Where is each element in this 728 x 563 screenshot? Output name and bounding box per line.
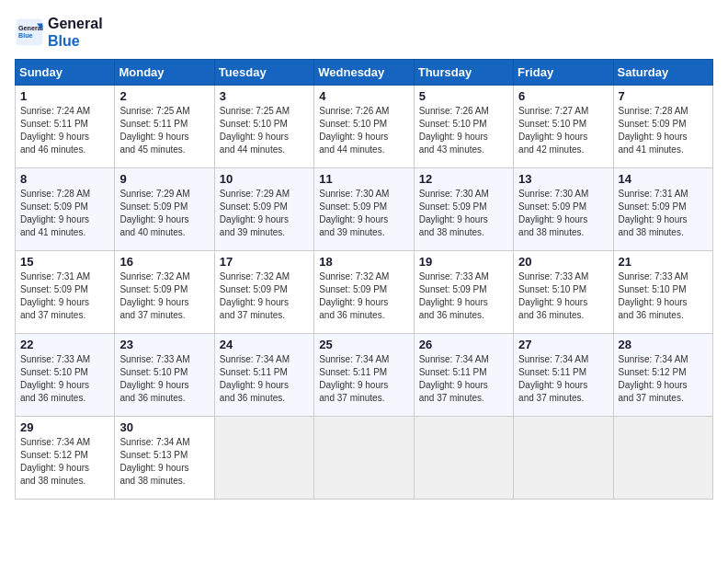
calendar-cell: 19Sunrise: 7:33 AM Sunset: 5:09 PM Dayli… bbox=[414, 251, 513, 334]
calendar-cell: 25Sunrise: 7:34 AM Sunset: 5:11 PM Dayli… bbox=[314, 334, 414, 417]
calendar-cell: 5Sunrise: 7:26 AM Sunset: 5:10 PM Daylig… bbox=[414, 86, 513, 168]
day-number: 13 bbox=[518, 172, 608, 186]
day-number: 16 bbox=[119, 255, 209, 269]
calendar-cell: 4Sunrise: 7:26 AM Sunset: 5:10 PM Daylig… bbox=[314, 86, 414, 168]
day-number: 15 bbox=[20, 255, 109, 269]
logo-text: GeneralBlue bbox=[48, 15, 103, 50]
calendar-week-row: 8Sunrise: 7:28 AM Sunset: 5:09 PM Daylig… bbox=[16, 168, 713, 251]
day-info: Sunrise: 7:30 AM Sunset: 5:09 PM Dayligh… bbox=[518, 188, 608, 239]
logo: General Blue GeneralBlue bbox=[15, 15, 103, 50]
day-info: Sunrise: 7:33 AM Sunset: 5:10 PM Dayligh… bbox=[119, 353, 209, 405]
day-number: 25 bbox=[319, 338, 408, 351]
day-number: 14 bbox=[619, 172, 708, 186]
page-header: General Blue GeneralBlue bbox=[15, 15, 713, 50]
day-number: 6 bbox=[518, 89, 608, 103]
day-info: Sunrise: 7:34 AM Sunset: 5:11 PM Dayligh… bbox=[419, 353, 508, 405]
day-info: Sunrise: 7:30 AM Sunset: 5:09 PM Dayligh… bbox=[419, 188, 508, 239]
header-wednesday: Wednesday bbox=[314, 60, 414, 86]
day-info: Sunrise: 7:29 AM Sunset: 5:09 PM Dayligh… bbox=[119, 188, 209, 239]
calendar-cell: 14Sunrise: 7:31 AM Sunset: 5:09 PM Dayli… bbox=[613, 168, 712, 251]
day-number: 23 bbox=[119, 338, 209, 351]
calendar-cell: 12Sunrise: 7:30 AM Sunset: 5:09 PM Dayli… bbox=[414, 168, 513, 251]
calendar-cell: 8Sunrise: 7:28 AM Sunset: 5:09 PM Daylig… bbox=[16, 168, 115, 251]
day-info: Sunrise: 7:34 AM Sunset: 5:13 PM Dayligh… bbox=[119, 436, 209, 488]
day-info: Sunrise: 7:29 AM Sunset: 5:09 PM Dayligh… bbox=[220, 188, 309, 239]
svg-text:Blue: Blue bbox=[18, 32, 33, 40]
day-number: 29 bbox=[20, 420, 109, 434]
day-info: Sunrise: 7:34 AM Sunset: 5:12 PM Dayligh… bbox=[619, 353, 708, 405]
calendar-cell: 30Sunrise: 7:34 AM Sunset: 5:13 PM Dayli… bbox=[115, 417, 214, 500]
calendar-cell: 18Sunrise: 7:32 AM Sunset: 5:09 PM Dayli… bbox=[314, 251, 414, 334]
day-info: Sunrise: 7:34 AM Sunset: 5:11 PM Dayligh… bbox=[319, 353, 408, 405]
header-saturday: Saturday bbox=[613, 60, 712, 86]
calendar-cell: 22Sunrise: 7:33 AM Sunset: 5:10 PM Dayli… bbox=[16, 334, 115, 417]
day-info: Sunrise: 7:25 AM Sunset: 5:11 PM Dayligh… bbox=[119, 105, 209, 156]
calendar-cell: 20Sunrise: 7:33 AM Sunset: 5:10 PM Dayli… bbox=[514, 251, 613, 334]
calendar-cell bbox=[414, 417, 513, 500]
day-info: Sunrise: 7:31 AM Sunset: 5:09 PM Dayligh… bbox=[619, 188, 708, 239]
calendar-cell: 3Sunrise: 7:25 AM Sunset: 5:10 PM Daylig… bbox=[214, 86, 313, 168]
day-number: 9 bbox=[119, 172, 209, 186]
calendar-cell: 28Sunrise: 7:34 AM Sunset: 5:12 PM Dayli… bbox=[613, 334, 712, 417]
day-number: 19 bbox=[419, 255, 508, 269]
day-info: Sunrise: 7:25 AM Sunset: 5:10 PM Dayligh… bbox=[220, 105, 309, 156]
calendar-cell: 15Sunrise: 7:31 AM Sunset: 5:09 PM Dayli… bbox=[16, 251, 115, 334]
day-info: Sunrise: 7:33 AM Sunset: 5:09 PM Dayligh… bbox=[419, 270, 508, 322]
header-tuesday: Tuesday bbox=[214, 60, 313, 86]
calendar-cell: 2Sunrise: 7:25 AM Sunset: 5:11 PM Daylig… bbox=[115, 86, 214, 168]
calendar-cell bbox=[314, 417, 414, 500]
day-info: Sunrise: 7:33 AM Sunset: 5:10 PM Dayligh… bbox=[619, 270, 708, 322]
day-number: 28 bbox=[619, 338, 708, 351]
header-friday: Friday bbox=[514, 60, 613, 86]
day-number: 26 bbox=[419, 338, 508, 351]
calendar-cell: 7Sunrise: 7:28 AM Sunset: 5:09 PM Daylig… bbox=[613, 86, 712, 168]
calendar-cell bbox=[613, 417, 712, 500]
day-number: 24 bbox=[220, 338, 309, 351]
day-number: 20 bbox=[518, 255, 608, 269]
calendar-cell: 27Sunrise: 7:34 AM Sunset: 5:11 PM Dayli… bbox=[514, 334, 613, 417]
day-info: Sunrise: 7:28 AM Sunset: 5:09 PM Dayligh… bbox=[619, 105, 708, 156]
calendar-week-row: 1Sunrise: 7:24 AM Sunset: 5:11 PM Daylig… bbox=[16, 86, 713, 168]
day-info: Sunrise: 7:30 AM Sunset: 5:09 PM Dayligh… bbox=[319, 188, 408, 239]
day-number: 27 bbox=[518, 338, 608, 351]
day-number: 1 bbox=[20, 89, 109, 103]
calendar-cell: 29Sunrise: 7:34 AM Sunset: 5:12 PM Dayli… bbox=[16, 417, 115, 500]
header-thursday: Thursday bbox=[414, 60, 513, 86]
day-info: Sunrise: 7:28 AM Sunset: 5:09 PM Dayligh… bbox=[20, 188, 109, 239]
calendar-table: Sunday Monday Tuesday Wednesday Thursday… bbox=[15, 59, 713, 500]
day-info: Sunrise: 7:27 AM Sunset: 5:10 PM Dayligh… bbox=[518, 105, 608, 156]
day-number: 4 bbox=[319, 89, 408, 103]
header-monday: Monday bbox=[115, 60, 214, 86]
calendar-cell bbox=[214, 417, 313, 500]
day-number: 21 bbox=[619, 255, 708, 269]
calendar-cell: 23Sunrise: 7:33 AM Sunset: 5:10 PM Dayli… bbox=[115, 334, 214, 417]
day-info: Sunrise: 7:24 AM Sunset: 5:11 PM Dayligh… bbox=[20, 105, 109, 156]
calendar-cell: 1Sunrise: 7:24 AM Sunset: 5:11 PM Daylig… bbox=[16, 86, 115, 168]
day-info: Sunrise: 7:34 AM Sunset: 5:11 PM Dayligh… bbox=[518, 353, 608, 405]
weekday-header-row: Sunday Monday Tuesday Wednesday Thursday… bbox=[16, 60, 713, 86]
day-info: Sunrise: 7:32 AM Sunset: 5:09 PM Dayligh… bbox=[319, 270, 408, 322]
day-info: Sunrise: 7:34 AM Sunset: 5:11 PM Dayligh… bbox=[220, 353, 309, 405]
calendar-cell: 16Sunrise: 7:32 AM Sunset: 5:09 PM Dayli… bbox=[115, 251, 214, 334]
day-info: Sunrise: 7:33 AM Sunset: 5:10 PM Dayligh… bbox=[20, 353, 109, 405]
day-number: 10 bbox=[220, 172, 309, 186]
calendar-cell: 21Sunrise: 7:33 AM Sunset: 5:10 PM Dayli… bbox=[613, 251, 712, 334]
day-info: Sunrise: 7:34 AM Sunset: 5:12 PM Dayligh… bbox=[20, 436, 109, 488]
calendar-cell: 13Sunrise: 7:30 AM Sunset: 5:09 PM Dayli… bbox=[514, 168, 613, 251]
calendar-week-row: 15Sunrise: 7:31 AM Sunset: 5:09 PM Dayli… bbox=[16, 251, 713, 334]
day-number: 17 bbox=[220, 255, 309, 269]
calendar-cell: 24Sunrise: 7:34 AM Sunset: 5:11 PM Dayli… bbox=[214, 334, 313, 417]
day-info: Sunrise: 7:32 AM Sunset: 5:09 PM Dayligh… bbox=[119, 270, 209, 322]
day-number: 2 bbox=[119, 89, 209, 103]
logo-icon: General Blue bbox=[15, 17, 44, 47]
day-info: Sunrise: 7:26 AM Sunset: 5:10 PM Dayligh… bbox=[319, 105, 408, 156]
calendar-week-row: 22Sunrise: 7:33 AM Sunset: 5:10 PM Dayli… bbox=[16, 334, 713, 417]
calendar-cell: 17Sunrise: 7:32 AM Sunset: 5:09 PM Dayli… bbox=[214, 251, 313, 334]
day-number: 12 bbox=[419, 172, 508, 186]
calendar-cell: 6Sunrise: 7:27 AM Sunset: 5:10 PM Daylig… bbox=[514, 86, 613, 168]
day-info: Sunrise: 7:31 AM Sunset: 5:09 PM Dayligh… bbox=[20, 270, 109, 322]
day-number: 18 bbox=[319, 255, 408, 269]
day-number: 7 bbox=[619, 89, 708, 103]
calendar-cell bbox=[514, 417, 613, 500]
calendar-week-row: 29Sunrise: 7:34 AM Sunset: 5:12 PM Dayli… bbox=[16, 417, 713, 500]
